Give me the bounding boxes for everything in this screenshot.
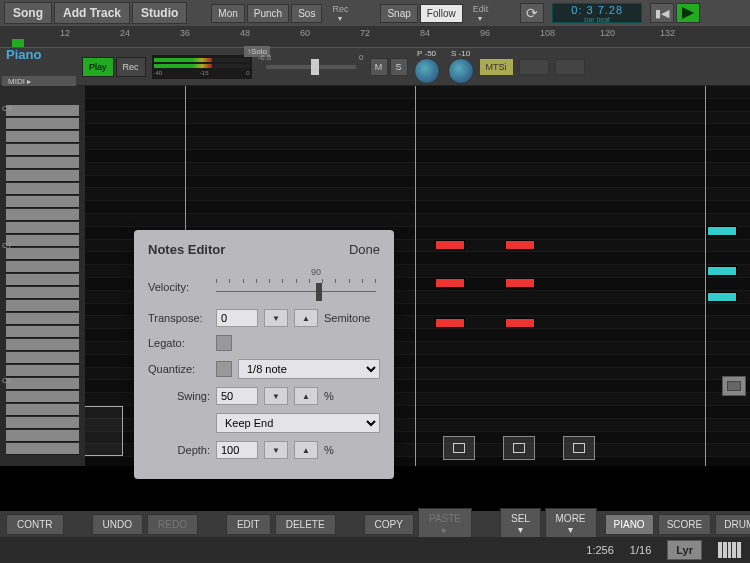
scroll-widget[interactable]	[722, 376, 746, 396]
loop-marker[interactable]	[443, 436, 475, 460]
cycle-button[interactable]: ⟳	[520, 3, 544, 23]
copy-button[interactable]: COPY	[364, 514, 414, 535]
bottom-toolbar: CONTR UNDO REDO EDIT DELETE COPY PASTE ▸…	[0, 511, 750, 537]
track-name: Piano	[6, 47, 76, 62]
selection-region[interactable]	[85, 406, 123, 456]
piano-tab[interactable]: PIANO	[605, 514, 654, 535]
depth-up-button[interactable]: ▲	[294, 441, 318, 459]
lyr-button[interactable]: Lyr	[667, 540, 702, 560]
play-button[interactable]	[676, 3, 700, 23]
solo-button[interactable]: S	[390, 58, 408, 76]
redo-button[interactable]: REDO	[147, 514, 198, 535]
transpose-down-button[interactable]: ▼	[264, 309, 288, 327]
depth-input[interactable]	[216, 441, 258, 459]
track-rec-button[interactable]: Rec	[116, 57, 146, 77]
slot-2[interactable]	[555, 59, 585, 75]
legato-label: Legato:	[148, 337, 210, 349]
undo-button[interactable]: UNDO	[92, 514, 143, 535]
volume-slider[interactable]	[266, 65, 356, 69]
sos-button[interactable]: Sos	[291, 4, 322, 23]
add-track-button[interactable]: Add Track	[54, 2, 130, 24]
status-bar: 1:256 1/16 Lyr	[0, 537, 750, 563]
swing-up-button[interactable]: ▲	[294, 387, 318, 405]
punch-button[interactable]: Punch	[247, 4, 289, 23]
zoom-indicator[interactable]: 1:256	[586, 544, 614, 556]
quantize-select[interactable]: 1/8 note	[238, 359, 380, 379]
midi-note[interactable]	[435, 278, 465, 288]
velocity-slider[interactable]: 90	[216, 273, 376, 301]
svg-marker-0	[682, 7, 694, 19]
midi-note[interactable]	[435, 240, 465, 250]
pan-knob[interactable]	[414, 58, 440, 84]
midi-dropdown[interactable]: MIDI ▸	[2, 76, 76, 87]
transport-display: 0: 3 7.28 bar beat	[552, 3, 642, 23]
done-button[interactable]: Done	[349, 242, 380, 257]
mtsi-indicator[interactable]: MTSi	[480, 59, 513, 75]
quantize-label: Quantize:	[148, 363, 210, 375]
transpose-input[interactable]	[216, 309, 258, 327]
midi-note[interactable]	[505, 240, 535, 250]
delete-button[interactable]: DELETE	[275, 514, 336, 535]
song-button[interactable]: Song	[4, 2, 52, 24]
loop-marker[interactable]	[503, 436, 535, 460]
contr-button[interactable]: CONTR	[6, 514, 64, 535]
paste-button[interactable]: PASTE ▸	[418, 508, 472, 540]
legato-checkbox[interactable]	[216, 335, 232, 351]
depth-label: Depth:	[148, 444, 210, 456]
grid-indicator[interactable]: 1/16	[630, 544, 651, 556]
notes-editor-dialog: Notes Editor Done Velocity: 90 Transpose…	[134, 230, 394, 479]
keep-end-select[interactable]: Keep End	[216, 413, 380, 433]
midi-note[interactable]	[707, 292, 737, 302]
snap-button[interactable]: Snap	[380, 4, 417, 23]
drum-tab[interactable]: DRUM	[715, 514, 750, 535]
rec-label: Rec	[332, 4, 348, 14]
loop-marker[interactable]	[563, 436, 595, 460]
more-button[interactable]: MORE ▾	[545, 508, 597, 540]
transpose-up-button[interactable]: ▲	[294, 309, 318, 327]
keyboard-icon[interactable]	[718, 542, 742, 558]
track-play-button[interactable]: Play	[82, 57, 114, 77]
level-meter: -40-150	[152, 55, 252, 79]
sel-button[interactable]: SEL ▾	[500, 508, 541, 540]
midi-note[interactable]	[707, 226, 737, 236]
top-toolbar: Song Add Track Studio Mon Punch Sos Rec …	[0, 0, 750, 26]
edit-button[interactable]: EDIT	[226, 514, 271, 535]
midi-note[interactable]	[505, 318, 535, 328]
midi-note[interactable]	[435, 318, 465, 328]
mute-button[interactable]: M	[370, 58, 388, 76]
edit-label: Edit	[473, 4, 489, 14]
mon-button[interactable]: Mon	[211, 4, 244, 23]
send-knob[interactable]	[448, 58, 474, 84]
studio-button[interactable]: Studio	[132, 2, 187, 24]
semitone-label: Semitone	[324, 312, 370, 324]
follow-button[interactable]: Follow	[420, 4, 463, 23]
velocity-label: Velocity:	[148, 281, 210, 293]
dialog-title: Notes Editor	[148, 242, 225, 257]
midi-note[interactable]	[707, 266, 737, 276]
piano-keyboard[interactable]: C8 C7 C6	[0, 86, 85, 466]
quantize-checkbox[interactable]	[216, 361, 232, 377]
start-marker[interactable]	[12, 39, 24, 47]
midi-note[interactable]	[505, 278, 535, 288]
swing-down-button[interactable]: ▼	[264, 387, 288, 405]
score-tab[interactable]: SCORE	[658, 514, 712, 535]
depth-down-button[interactable]: ▼	[264, 441, 288, 459]
track-header: Piano MIDI ▸ Play Rec -40-150 -6.8 0 M S…	[0, 48, 750, 86]
transpose-label: Transpose:	[148, 312, 210, 324]
timeline-ruler[interactable]: 12 24 36 48 60 72 84 96 108 120 132 ↑Sol…	[0, 26, 750, 48]
slot-1[interactable]	[519, 59, 549, 75]
swing-input[interactable]	[216, 387, 258, 405]
swing-label: Swing:	[148, 390, 210, 402]
rewind-button[interactable]: ▮◀	[650, 3, 674, 23]
